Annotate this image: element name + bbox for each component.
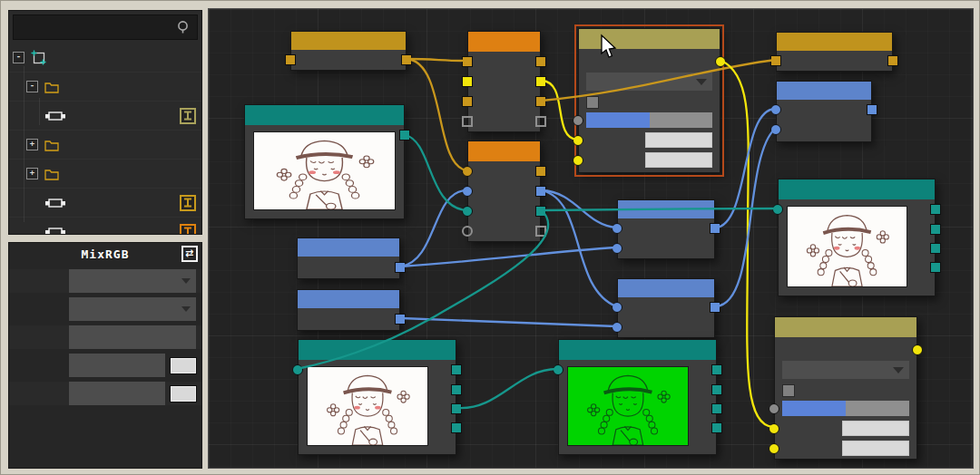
socket-square[interactable] (930, 204, 941, 215)
socket-square[interactable] (462, 116, 473, 127)
socket-square[interactable] (462, 96, 473, 107)
clamp-checkbox[interactable] (586, 96, 599, 109)
color-swatch[interactable] (171, 358, 196, 373)
tree-item-attrtestnode[interactable] (9, 189, 201, 218)
socket-circle[interactable] (462, 166, 473, 177)
node-header[interactable] (775, 317, 916, 337)
socket-circle[interactable] (772, 204, 783, 215)
socket-square[interactable] (462, 76, 473, 87)
search-input[interactable] (14, 21, 175, 34)
socket-square[interactable] (711, 403, 722, 414)
node-s-hub[interactable] (467, 141, 541, 242)
fac-slider[interactable] (782, 401, 909, 416)
socket-square[interactable] (451, 422, 462, 433)
node-header[interactable] (777, 82, 871, 100)
socket-square[interactable] (451, 384, 462, 395)
socket-circle[interactable] (612, 302, 622, 313)
socket-square[interactable] (930, 243, 941, 254)
socket-circle[interactable] (553, 364, 564, 375)
node-header[interactable] (559, 340, 716, 360)
node-imagechannel-bl[interactable] (298, 339, 456, 455)
color1-swatch[interactable] (645, 132, 712, 148)
socket-square[interactable] (535, 96, 546, 107)
node-header[interactable] (618, 200, 714, 218)
socket-circle[interactable] (573, 155, 583, 166)
socket-circle[interactable] (292, 364, 303, 375)
node-imageinput[interactable] (244, 104, 405, 219)
node-state-badge[interactable] (180, 195, 196, 211)
socket-square[interactable] (535, 76, 546, 87)
property-text-field[interactable] (69, 325, 196, 349)
node-m-hub[interactable] (467, 31, 541, 132)
property-color-field[interactable] (69, 354, 165, 377)
node-editor-canvas[interactable] (208, 8, 974, 469)
socket-square[interactable] (401, 54, 412, 65)
clamp-checkbox[interactable] (782, 384, 795, 397)
node-attrtest-left[interactable] (290, 31, 407, 71)
node-imagechannel-bm[interactable] (558, 339, 717, 455)
mix-mode-dropdown[interactable] (782, 361, 909, 379)
socket-square[interactable] (535, 116, 546, 127)
socket-circle[interactable] (770, 104, 781, 115)
node-header[interactable] (777, 33, 892, 51)
socket-square[interactable] (887, 55, 898, 66)
socket-square[interactable] (711, 384, 722, 395)
node-mixrgb-bottom[interactable] (774, 316, 917, 460)
socket-square[interactable] (535, 186, 546, 197)
mix-mode-dropdown[interactable] (586, 73, 712, 91)
tree-item-number[interactable]: + (9, 160, 201, 189)
socket-circle[interactable] (612, 243, 622, 254)
socket-circle[interactable] (462, 206, 473, 217)
socket-circle[interactable] (573, 135, 583, 146)
tree-item-winnodeeditordemo[interactable]: - (9, 44, 201, 73)
node-header[interactable] (618, 279, 714, 297)
node-header[interactable] (468, 32, 540, 52)
socket-circle[interactable] (573, 115, 583, 126)
color-swatch[interactable] (171, 386, 196, 402)
socket-square[interactable] (451, 364, 462, 375)
color1-swatch[interactable] (842, 421, 909, 436)
tree-item-mixrgb[interactable] (9, 102, 201, 131)
node-header[interactable] (468, 141, 540, 161)
socket-square[interactable] (535, 206, 546, 217)
node-state-badge[interactable] (180, 108, 196, 124)
tree-item-image[interactable]: + (9, 131, 201, 160)
tree-item-blender[interactable]: - (9, 73, 201, 102)
tree-expander-icon[interactable]: - (26, 81, 38, 92)
fac-slider[interactable] (586, 112, 712, 128)
search-box[interactable] (13, 15, 198, 40)
socket-square[interactable] (867, 104, 877, 115)
socket-circle[interactable] (462, 226, 473, 237)
property-color-field[interactable] (69, 382, 165, 405)
socket-square[interactable] (535, 226, 546, 237)
node-numberadd-right[interactable] (776, 81, 872, 142)
socket-square[interactable] (930, 224, 941, 235)
tree-item-m-hub[interactable] (9, 218, 201, 234)
socket-circle[interactable] (715, 56, 726, 67)
socket-square[interactable] (395, 314, 406, 325)
socket-square[interactable] (710, 302, 720, 313)
property-dropdown-field[interactable] (69, 269, 196, 293)
property-dropdown-field[interactable] (69, 297, 196, 321)
socket-circle[interactable] (769, 403, 779, 414)
tree-expander-icon[interactable]: - (13, 52, 24, 63)
tree-expander-icon[interactable]: + (26, 168, 38, 179)
socket-square[interactable] (711, 364, 722, 375)
socket-square[interactable] (930, 262, 941, 273)
node-header[interactable] (298, 238, 399, 257)
socket-square[interactable] (399, 130, 410, 141)
node-numberadd-2[interactable] (617, 278, 715, 338)
socket-circle[interactable] (462, 186, 473, 197)
socket-square[interactable] (395, 262, 406, 273)
socket-square[interactable] (535, 56, 546, 67)
node-numberinput-1[interactable] (297, 238, 400, 279)
socket-square[interactable] (451, 403, 462, 414)
socket-square[interactable] (711, 422, 722, 433)
node-header[interactable] (298, 290, 399, 308)
color2-swatch[interactable] (645, 152, 712, 168)
socket-circle[interactable] (612, 223, 622, 234)
socket-square[interactable] (770, 55, 781, 66)
socket-square[interactable] (462, 56, 473, 67)
node-header[interactable] (291, 32, 406, 50)
node-header[interactable] (245, 105, 404, 125)
